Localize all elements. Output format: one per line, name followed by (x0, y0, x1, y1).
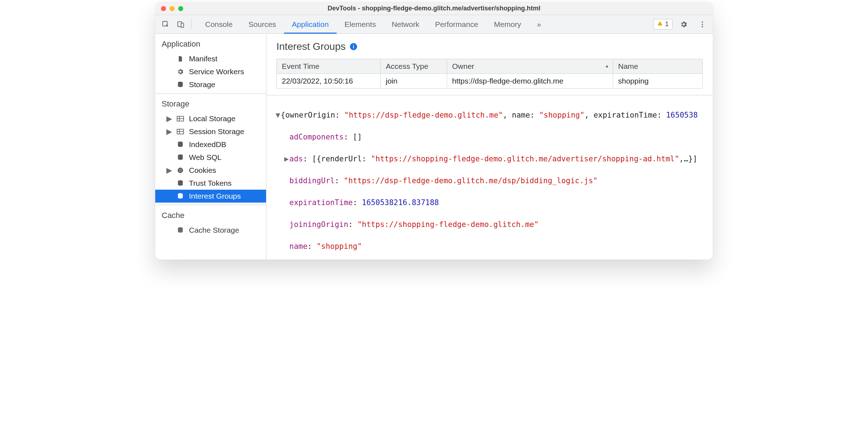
sidebar-group-cache: Cache (155, 205, 266, 224)
svg-point-15 (178, 168, 183, 173)
col-access-type[interactable]: Access Type (381, 59, 447, 74)
zoom-window-button[interactable] (178, 6, 183, 11)
sidebar-item-interest-groups[interactable]: Interest Groups (155, 190, 266, 203)
sidebar-item-session-storage[interactable]: ▶ Session Storage (155, 125, 266, 138)
svg-point-4 (702, 24, 703, 25)
svg-point-18 (181, 170, 182, 171)
expand-arrow-icon[interactable]: ▶ (167, 114, 172, 123)
col-owner[interactable]: Owner▲ (447, 59, 613, 74)
inspect-element-icon[interactable] (160, 19, 171, 30)
file-icon (176, 55, 185, 62)
sidebar-item-cache-storage[interactable]: Cache Storage (155, 224, 266, 237)
cookie-icon (176, 167, 185, 174)
cell-event-time: 22/03/2022, 10:50:16 (277, 74, 381, 89)
grid-icon (176, 129, 185, 134)
tab-elements[interactable]: Elements (337, 15, 384, 33)
settings-gear-icon[interactable] (678, 19, 689, 30)
devtools-window: DevTools - shopping-fledge-demo.glitch.m… (155, 2, 713, 260)
database-icon (176, 193, 185, 200)
kebab-menu-icon[interactable] (697, 19, 708, 30)
window-titlebar: DevTools - shopping-fledge-demo.glitch.m… (155, 2, 713, 15)
sidebar-item-websql[interactable]: Web SQL (155, 151, 266, 164)
warning-icon (657, 20, 663, 28)
sort-indicator-icon: ▲ (605, 63, 609, 68)
svg-point-17 (181, 169, 181, 170)
application-sidebar: Application Manifest Service Workers Sto… (155, 34, 266, 260)
tab-sources[interactable]: Sources (241, 15, 284, 33)
toolbar-separator (191, 19, 191, 30)
devtools-body: Application Manifest Service Workers Sto… (155, 34, 713, 260)
database-icon (176, 180, 185, 187)
panel-header: Interest Groups i (266, 34, 713, 59)
table-header-row: Event Time Access Type Owner▲ Name (277, 59, 703, 74)
table-row[interactable]: 22/03/2022, 10:50:16 join https://dsp-fl… (277, 74, 703, 89)
sidebar-group-storage: Storage (155, 94, 266, 112)
sidebar-item-label: Cache Storage (189, 226, 239, 234)
expand-arrow-icon[interactable]: ▶ (167, 127, 172, 136)
database-icon (176, 154, 185, 161)
issues-warning-badge[interactable]: 1 (653, 19, 673, 29)
expand-arrow-icon[interactable]: ▶ (284, 153, 289, 164)
sidebar-item-manifest[interactable]: Manifest (155, 52, 266, 65)
svg-point-19 (179, 171, 180, 172)
object-viewer[interactable]: ▼{ownerOrigin: "https://dsp-fledge-demo.… (266, 95, 713, 260)
database-icon (176, 141, 185, 148)
sidebar-item-label: Manifest (189, 54, 217, 63)
events-table: Event Time Access Type Owner▲ Name 22/03… (276, 59, 703, 89)
tab-performance[interactable]: Performance (427, 15, 486, 33)
tabs-overflow-button[interactable]: » (529, 15, 549, 33)
sidebar-item-label: Interest Groups (189, 192, 241, 200)
svg-point-3 (702, 21, 703, 23)
gear-icon (176, 68, 185, 75)
svg-rect-2 (181, 23, 184, 27)
info-icon[interactable]: i (350, 43, 357, 50)
sidebar-item-label: IndexedDB (189, 140, 226, 149)
devtools-toolbar: Console Sources Application Elements Net… (155, 15, 713, 34)
expand-arrow-icon[interactable]: ▶ (167, 166, 172, 175)
minimize-window-button[interactable] (170, 6, 175, 11)
device-toggle-icon[interactable] (175, 19, 186, 30)
svg-point-16 (179, 169, 180, 170)
window-title: DevTools - shopping-fledge-demo.glitch.m… (155, 5, 713, 12)
database-icon (176, 81, 185, 88)
main-panel: Interest Groups i Event Time Access Type… (266, 34, 713, 260)
col-name[interactable]: Name (613, 59, 703, 74)
sidebar-item-label: Web SQL (189, 153, 222, 162)
col-event-time[interactable]: Event Time (277, 59, 381, 74)
collapse-arrow-icon[interactable]: ▼ (275, 110, 281, 120)
grid-icon (176, 116, 185, 122)
sidebar-item-label: Trust Tokens (189, 179, 232, 188)
sidebar-item-storage[interactable]: Storage (155, 78, 266, 91)
tab-memory[interactable]: Memory (486, 15, 529, 33)
sidebar-item-label: Session Storage (189, 127, 244, 136)
sidebar-item-service-workers[interactable]: Service Workers (155, 65, 266, 78)
events-table-wrap: Event Time Access Type Owner▲ Name 22/03… (266, 59, 713, 89)
tab-console[interactable]: Console (197, 15, 241, 33)
sidebar-item-cookies[interactable]: ▶ Cookies (155, 164, 266, 177)
sidebar-item-label: Service Workers (189, 67, 244, 76)
database-icon (176, 227, 185, 234)
sidebar-group-application: Application (155, 34, 266, 52)
tab-application[interactable]: Application (284, 15, 337, 33)
tab-network[interactable]: Network (384, 15, 427, 33)
close-window-button[interactable] (161, 6, 166, 11)
traffic-lights (161, 6, 183, 11)
cell-owner: https://dsp-fledge-demo.glitch.me (447, 74, 613, 89)
panel-title: Interest Groups (276, 41, 346, 52)
sidebar-item-label: Cookies (189, 166, 216, 175)
sidebar-item-indexeddb[interactable]: IndexedDB (155, 138, 266, 151)
panel-tabs: Console Sources Application Elements Net… (197, 15, 549, 33)
svg-point-5 (702, 26, 703, 27)
cell-access-type: join (381, 74, 447, 89)
sidebar-item-label: Local Storage (189, 114, 236, 123)
sidebar-item-trust-tokens[interactable]: Trust Tokens (155, 177, 266, 190)
sidebar-item-label: Storage (189, 80, 215, 89)
cell-name: shopping (613, 74, 703, 89)
sidebar-item-local-storage[interactable]: ▶ Local Storage (155, 112, 266, 125)
warning-count: 1 (665, 20, 669, 28)
